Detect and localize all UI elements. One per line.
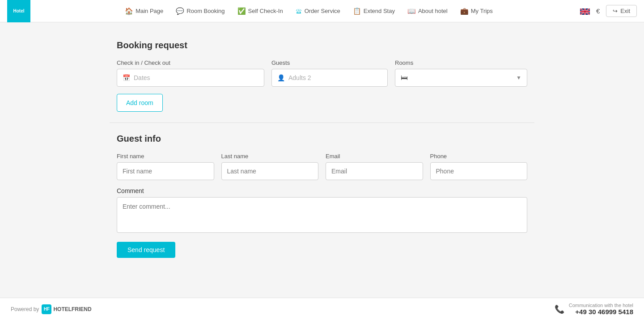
about-hotel-icon: 📖 (407, 7, 416, 15)
room-booking-icon: 💬 (176, 7, 184, 15)
booking-section: Booking request Check in / Check out 📅 G… (110, 40, 534, 112)
rooms-select[interactable]: 🛏 ▼ (395, 69, 527, 87)
guest-info-title: Guest info (117, 134, 527, 144)
nav-my-trips-label: My Trips (471, 8, 493, 14)
hotelfriend-brand: HOTELFRIEND (53, 306, 91, 312)
contact-details: Communication with the hotel +49 30 4699… (569, 303, 633, 316)
my-trips-icon: 💼 (460, 7, 469, 15)
nav-order-service-label: Order Service (305, 8, 340, 14)
powered-by-text: Powered by (11, 306, 39, 312)
phone-group: Phone (430, 153, 528, 180)
hotelfriend-logo[interactable]: HF HOTELFRIEND (42, 304, 91, 314)
comment-group: Comment (117, 187, 527, 233)
nav-extend-stay[interactable]: 📋 Extend Stay (348, 4, 399, 18)
main-nav: 🏠 Main Page 💬 Room Booking ✅ Self Check-… (38, 4, 580, 18)
comment-input[interactable] (117, 197, 527, 233)
email-group: Email (326, 153, 423, 180)
checkin-label: Check in / Check out (117, 59, 264, 66)
contact-label: Communication with the hotel (569, 303, 633, 308)
guest-info-section: Guest info First name Last name Email Ph… (110, 134, 534, 258)
self-checkin-icon: ✅ (237, 7, 246, 15)
home-icon: 🏠 (125, 7, 133, 15)
phone-label: Phone (430, 153, 528, 160)
nav-main-page-label: Main Page (136, 8, 163, 14)
nav-main-page[interactable]: 🏠 Main Page (120, 4, 168, 18)
first-name-group: First name (117, 153, 214, 180)
contact-phone: +49 30 46999 5418 (569, 308, 633, 316)
logo[interactable]: Hotel (7, 0, 30, 22)
dates-input-wrap[interactable]: 📅 (117, 69, 264, 87)
currency-button[interactable]: € (593, 5, 602, 17)
language-selector[interactable] (580, 7, 590, 14)
logo-text: Hotel (13, 8, 25, 14)
rooms-label: Rooms (395, 59, 527, 66)
checkin-group: Check in / Check out 📅 (117, 59, 264, 87)
booking-title: Booking request (117, 40, 527, 51)
phone-input[interactable] (430, 162, 528, 180)
order-service-icon: 🛎 (296, 7, 302, 15)
section-divider (110, 122, 534, 123)
guests-input-wrap[interactable]: 👤 (271, 69, 388, 87)
calendar-icon: 📅 (123, 74, 130, 81)
guests-input[interactable] (288, 74, 382, 81)
bed-icon: 🛏 (401, 74, 408, 82)
first-name-label: First name (117, 153, 214, 160)
guests-group: Guests 👤 (271, 59, 388, 87)
nav-about-hotel[interactable]: 📖 About hotel (403, 4, 452, 18)
hotelfriend-icon: HF (42, 304, 51, 314)
chevron-down-icon: ▼ (516, 75, 521, 81)
guests-label: Guests (271, 59, 388, 66)
contact-info: 📞 Communication with the hotel +49 30 46… (555, 303, 633, 316)
header: Hotel 🏠 Main Page 💬 Room Booking ✅ Self … (0, 0, 644, 22)
send-request-button[interactable]: Send request (117, 242, 175, 258)
nav-self-checkin-label: Self Check-In (248, 8, 283, 14)
last-name-input[interactable] (221, 162, 319, 180)
nav-room-booking[interactable]: 💬 Room Booking (171, 4, 229, 18)
dates-input[interactable] (134, 74, 258, 81)
nav-about-hotel-label: About hotel (418, 8, 448, 14)
guest-name-row: First name Last name Email Phone (117, 153, 527, 180)
footer: Powered by HF HOTELFRIEND 📞 Communicatio… (0, 298, 644, 320)
email-label: Email (326, 153, 423, 160)
main-content: Booking request Check in / Check out 📅 G… (110, 22, 534, 298)
comment-label: Comment (117, 187, 527, 194)
last-name-label: Last name (221, 153, 319, 160)
email-input[interactable] (326, 162, 423, 180)
first-name-input[interactable] (117, 162, 214, 180)
add-room-button[interactable]: Add room (117, 94, 163, 112)
exit-label: Exit (620, 8, 630, 14)
uk-flag-icon (580, 8, 590, 15)
phone-handset-icon: 📞 (555, 304, 564, 314)
nav-extend-stay-label: Extend Stay (364, 8, 395, 14)
exit-button[interactable]: ↪ Exit (606, 5, 637, 17)
nav-order-service[interactable]: 🛎 Order Service (291, 4, 345, 17)
powered-by: Powered by HF HOTELFRIEND (11, 304, 92, 314)
header-right: € ↪ Exit (580, 5, 637, 17)
exit-arrow-icon: ↪ (613, 8, 618, 14)
rooms-select-left: 🛏 (401, 74, 408, 82)
nav-room-booking-label: Room Booking (186, 8, 225, 14)
rooms-group: Rooms 🛏 ▼ (395, 59, 527, 87)
guests-icon: 👤 (277, 74, 285, 81)
extend-stay-icon: 📋 (353, 7, 361, 15)
booking-row: Check in / Check out 📅 Guests 👤 Rooms (117, 59, 527, 87)
last-name-group: Last name (221, 153, 319, 180)
nav-self-checkin[interactable]: ✅ Self Check-In (233, 4, 288, 18)
nav-my-trips[interactable]: 💼 My Trips (456, 4, 497, 18)
